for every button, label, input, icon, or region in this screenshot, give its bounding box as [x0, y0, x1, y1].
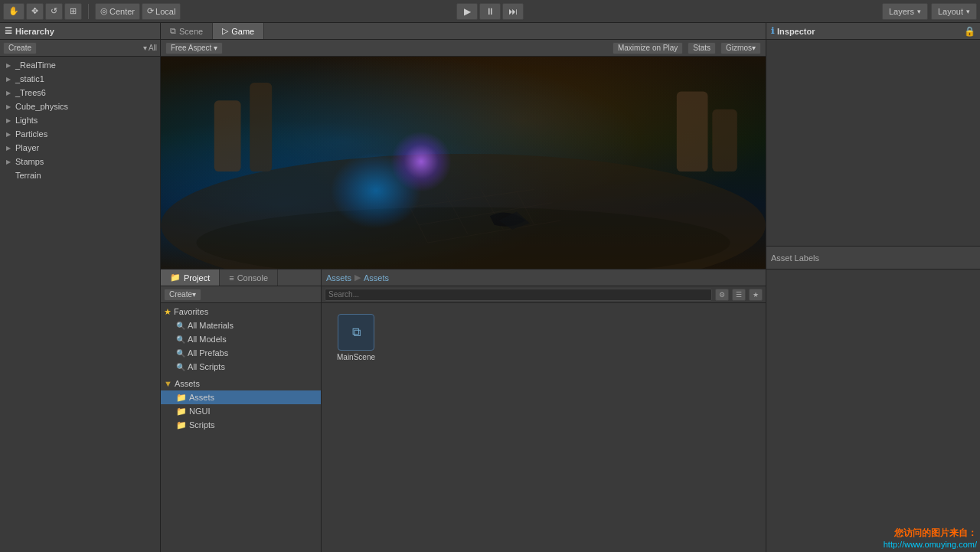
project-breadcrumb: Assets ▶ Assets	[322, 269, 766, 286]
filter-button[interactable]: ☰	[732, 289, 746, 301]
game-tab-label: Game	[231, 27, 254, 36]
main-scene-label: MainScene	[337, 353, 375, 361]
hierarchy-item[interactable]: ▶ Lights	[0, 113, 160, 127]
inspector-header: ℹ Inspector 🔒	[766, 23, 980, 40]
project-search-bar: ⚙ ☰ ★	[322, 286, 766, 303]
all-scripts-item[interactable]: 🔍 All Scripts	[161, 360, 321, 374]
scene-tab[interactable]: ⧉ Scene	[161, 23, 213, 39]
hierarchy-item[interactable]: ▶ Stamps	[0, 155, 160, 168]
move-tool-button[interactable]: ✥	[26, 3, 44, 20]
item-label: _RealTime	[15, 60, 56, 70]
play-controls: ▶ ⏸ ⏭	[456, 3, 524, 20]
inspector-panel: ℹ Inspector 🔒 Asset Labels	[766, 23, 980, 269]
bottom-area: 📁 Project ≡ Console Create ▾	[161, 269, 980, 552]
folder-icon: ▼	[164, 379, 172, 388]
console-tab[interactable]: ≡ Console	[220, 269, 278, 286]
hierarchy-item[interactable]: ▶ _static1	[0, 72, 160, 86]
favorites-label: Favorites	[174, 307, 208, 316]
favorites-item[interactable]: ★ Favorites	[161, 305, 321, 318]
game-tab[interactable]: ▷ Game	[213, 23, 264, 39]
arrow-icon: ▶	[6, 62, 15, 69]
arrow-icon: ▶	[6, 145, 15, 152]
scripts-label: Scripts	[189, 420, 215, 430]
center-icon: ◎	[100, 6, 108, 16]
all-prefabs-item[interactable]: 🔍 All Prefabs	[161, 346, 321, 360]
all-materials-item[interactable]: 🔍 All Materials	[161, 318, 321, 332]
scripts-item[interactable]: 📁 Scripts	[161, 418, 321, 432]
lock-icon[interactable]: 🔒	[964, 26, 975, 37]
assets-sub-item[interactable]: 📁 Assets	[161, 390, 321, 404]
scene-icon: ⧉	[170, 26, 176, 36]
game-icon: ▷	[222, 26, 228, 36]
folder-icon: 📁	[176, 393, 187, 403]
center-area: ⧉ Scene ▷ Game Free Aspect ▾ Maximi	[161, 23, 766, 269]
hierarchy-item[interactable]: Terrain	[0, 168, 160, 182]
svg-rect-4	[712, 109, 737, 171]
item-label: Lights	[15, 116, 38, 125]
rotate-tool-button[interactable]: ↺	[45, 3, 63, 20]
center-button[interactable]: ◎ Center	[95, 3, 140, 20]
local-button[interactable]: ⟳ Local	[142, 3, 181, 20]
inspector-title: Inspector	[777, 27, 815, 36]
project-folder-icon: 📁	[170, 273, 181, 283]
favorite-filter-button[interactable]: ★	[749, 289, 763, 301]
item-label: _static1	[15, 74, 44, 83]
gizmos-button[interactable]: Gizmos ▾	[720, 42, 761, 54]
scale-tool-button[interactable]: ⊞	[64, 3, 82, 20]
arrow-icon: ▶	[6, 131, 15, 138]
hand-tool-button[interactable]: ✋	[3, 3, 24, 20]
breadcrumb-current[interactable]: Assets	[364, 273, 389, 283]
pause-button[interactable]: ⏸	[479, 3, 501, 20]
hierarchy-all-label: ▾ All	[143, 44, 157, 52]
scene-toolbar-right: Maximize on Play Stats Gizmos ▾	[612, 42, 761, 54]
stats-button[interactable]: Stats	[688, 42, 716, 54]
layout-dropdown[interactable]: Layout	[931, 3, 977, 20]
hierarchy-item[interactable]: ▶ Player	[0, 141, 160, 155]
hierarchy-create-button[interactable]: Create	[3, 42, 37, 54]
play-button[interactable]: ▶	[456, 3, 478, 20]
step-button[interactable]: ⏭	[502, 3, 524, 20]
hierarchy-list: ▶ _RealTime ▶ _static1 ▶ _Trees6 ▶ Cube_…	[0, 57, 160, 552]
hierarchy-item[interactable]: ▶ Particles	[0, 127, 160, 141]
star-icon: ★	[164, 307, 172, 317]
search-options-button[interactable]: ⚙	[715, 289, 729, 301]
ngui-item[interactable]: 📁 NGUI	[161, 404, 321, 418]
layers-dropdown[interactable]: Layers	[882, 3, 928, 20]
main-scene-asset[interactable]: ⧉ MainScene	[329, 311, 383, 364]
assets-sub-label: Assets	[189, 393, 214, 402]
project-search-input[interactable]	[325, 289, 712, 301]
folder-icon: 📁	[176, 420, 187, 430]
maximize-on-play-button[interactable]: Maximize on Play	[612, 42, 683, 54]
breadcrumb-separator: ▶	[354, 273, 361, 283]
inspector-bottom	[766, 269, 980, 552]
folder-icon: 📁	[176, 407, 187, 416]
terrain-svg	[161, 57, 766, 269]
main-layout: ☰ Hierarchy Create ▾ All ▶ _RealTime ▶ _…	[0, 23, 980, 552]
game-view[interactable]: 新的场景，这个场景是从网上找来的	[161, 57, 766, 269]
project-create-button[interactable]: Create ▾	[164, 289, 201, 301]
arrow-icon: ▶	[6, 90, 15, 96]
project-toolbar: Create ▾	[161, 286, 321, 303]
project-tab[interactable]: 📁 Project	[161, 269, 220, 286]
scene-toolbar: Free Aspect ▾ Maximize on Play Stats Giz…	[161, 40, 766, 57]
inspector-info-icon: ℹ	[771, 26, 774, 36]
project-tab-label: Project	[184, 273, 210, 283]
project-tree: ★ Favorites 🔍 All Materials 🔍 All Models…	[161, 303, 321, 552]
arrow-icon: ▶	[6, 117, 15, 124]
search-icon: 🔍	[176, 322, 185, 330]
arrow-icon: ▶	[6, 76, 15, 83]
hierarchy-item[interactable]: ▶ Cube_physics	[0, 100, 160, 113]
scene-asset-icon: ⧉	[338, 314, 374, 351]
pivot-controls: ◎ Center ⟳ Local	[95, 3, 181, 20]
all-models-item[interactable]: 🔍 All Models	[161, 332, 321, 346]
ngui-label: NGUI	[189, 407, 211, 416]
aspect-dropdown[interactable]: Free Aspect ▾	[165, 42, 223, 54]
hierarchy-title: Hierarchy	[15, 27, 54, 36]
assets-root-label: Assets	[175, 379, 200, 388]
item-label: _Trees6	[15, 88, 46, 97]
assets-root-item[interactable]: ▼ Assets	[161, 377, 321, 390]
separator-1	[88, 4, 89, 19]
hierarchy-item[interactable]: ▶ _Trees6	[0, 86, 160, 100]
hierarchy-item[interactable]: ▶ _RealTime	[0, 58, 160, 72]
breadcrumb-root[interactable]: Assets	[326, 273, 351, 283]
